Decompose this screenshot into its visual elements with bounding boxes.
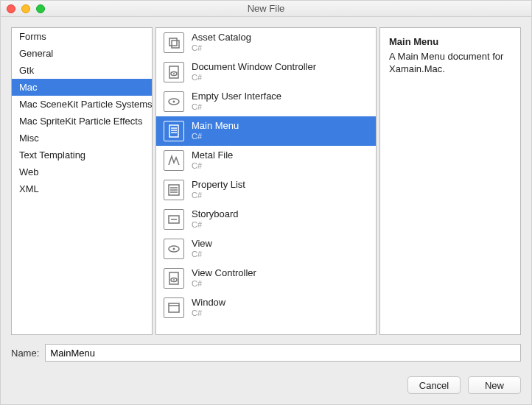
- template-item[interactable]: WindowC#: [156, 293, 376, 323]
- cancel-button[interactable]: Cancel: [407, 376, 461, 394]
- template-label: Document Window Controller: [192, 62, 316, 73]
- category-item[interactable]: Misc: [12, 130, 152, 147]
- description-title: Main Menu: [389, 35, 511, 49]
- list-icon: [164, 180, 184, 200]
- doc-eye-icon: [164, 62, 184, 82]
- template-sublabel: C#: [192, 102, 281, 112]
- template-label: View Controller: [192, 268, 256, 279]
- doc-eye-icon: [164, 268, 184, 289]
- name-label: Name:: [11, 348, 39, 359]
- template-item[interactable]: Main MenuC#: [156, 116, 376, 146]
- category-item[interactable]: Text Templating: [12, 147, 152, 163]
- category-item[interactable]: Forms: [12, 28, 152, 45]
- template-item[interactable]: Asset CatalogC#: [156, 28, 376, 57]
- template-sublabel: C#: [192, 220, 239, 230]
- template-sublabel: C#: [192, 309, 225, 318]
- svg-rect-1: [172, 40, 179, 48]
- template-item[interactable]: Empty User InterfaceC#: [156, 87, 376, 116]
- template-item[interactable]: Document Window ControllerC#: [156, 57, 376, 87]
- template-label: Main Menu: [192, 121, 239, 132]
- svg-point-17: [175, 219, 177, 220]
- window-icon: [164, 297, 184, 318]
- window-title: New File: [248, 3, 285, 14]
- minimize-icon[interactable]: [21, 4, 30, 13]
- template-label: Empty User Interface: [192, 91, 281, 102]
- category-item[interactable]: Mac SceneKit Particle Systems: [12, 96, 152, 113]
- name-row: Name:: [11, 344, 521, 362]
- svg-point-4: [173, 73, 175, 74]
- template-item[interactable]: StoryboardC#: [156, 205, 376, 234]
- eye-icon: [164, 239, 184, 259]
- template-item[interactable]: Metal FileC#: [156, 146, 376, 175]
- window-controls: [7, 4, 45, 13]
- template-sublabel: C#: [192, 279, 256, 289]
- storyboard-icon: [164, 209, 184, 230]
- template-sublabel: C#: [192, 43, 251, 53]
- category-list[interactable]: FormsGeneralGtkMacMac SceneKit Particle …: [11, 27, 153, 335]
- doc-lines-icon: [164, 121, 184, 141]
- close-icon[interactable]: [7, 4, 15, 13]
- template-sublabel: C#: [192, 191, 245, 200]
- template-sublabel: C#: [192, 73, 316, 82]
- category-item[interactable]: Mac SpriteKit Particle Effects: [12, 113, 152, 130]
- svg-point-23: [173, 279, 175, 281]
- template-label: Metal File: [192, 150, 233, 161]
- template-label: Asset Catalog: [192, 32, 251, 43]
- template-label: Property List: [192, 180, 245, 191]
- template-item[interactable]: Property ListC#: [156, 175, 376, 205]
- category-item[interactable]: Web: [12, 163, 152, 180]
- template-sublabel: C#: [192, 132, 239, 141]
- template-item[interactable]: ViewC#: [156, 234, 376, 264]
- template-label: View: [192, 239, 212, 250]
- template-label: Window: [192, 297, 225, 309]
- template-label: Storyboard: [192, 209, 239, 220]
- panes: FormsGeneralGtkMacMac SceneKit Particle …: [11, 27, 521, 335]
- name-input[interactable]: [45, 344, 521, 362]
- template-item[interactable]: View ControllerC#: [156, 264, 376, 293]
- category-item[interactable]: General: [12, 45, 152, 62]
- zoom-icon[interactable]: [36, 4, 45, 13]
- category-item[interactable]: Mac: [12, 79, 152, 96]
- description-pane: Main Menu A Main Menu document for Xamai…: [379, 27, 521, 335]
- description-body: A Main Menu document for Xamain.Mac.: [389, 50, 511, 76]
- titlebar: New File: [1, 1, 531, 17]
- template-sublabel: C#: [192, 250, 212, 259]
- category-item[interactable]: Gtk: [12, 62, 152, 79]
- svg-rect-7: [169, 125, 178, 137]
- svg-point-20: [173, 248, 175, 250]
- svg-point-6: [173, 101, 175, 103]
- svg-rect-24: [169, 303, 179, 312]
- svg-point-16: [171, 219, 172, 220]
- category-item[interactable]: XML: [12, 180, 152, 197]
- metal-icon: [164, 150, 184, 171]
- eye-icon: [164, 91, 184, 112]
- button-row: Cancel New: [11, 370, 521, 394]
- template-list[interactable]: Asset CatalogC#Document Window Controlle…: [155, 27, 377, 335]
- svg-rect-0: [169, 38, 177, 46]
- dialog-body: FormsGeneralGtkMacMac SceneKit Particle …: [1, 17, 531, 404]
- new-button[interactable]: New: [468, 376, 521, 394]
- stack-icon: [164, 32, 184, 53]
- template-sublabel: C#: [192, 161, 233, 171]
